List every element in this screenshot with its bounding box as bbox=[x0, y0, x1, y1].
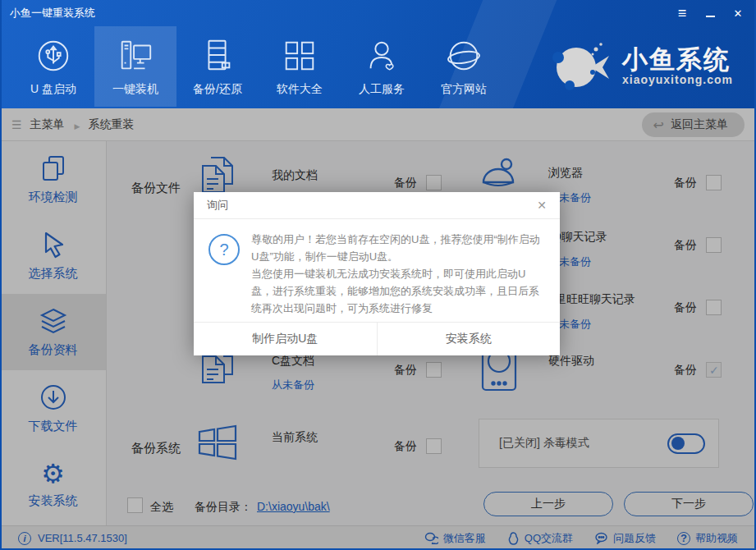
server-icon bbox=[199, 37, 236, 75]
app-header: 小鱼一键重装系统 U 盘启动 一键装机 备份/还原 bbox=[0, 0, 756, 108]
app-title: 小鱼一键重装系统 bbox=[10, 6, 95, 21]
dialog-message-line2: 当您使用一键装机无法成功安装系统时，即可使用此启动U盘，进行系统重装，能够增加您… bbox=[251, 265, 545, 317]
nav-label: 人工服务 bbox=[359, 82, 405, 97]
make-boot-usb-button[interactable]: 制作启动U盘 bbox=[194, 323, 378, 355]
inquiry-dialog: 询问 尊敬的用户！若您当前存在空闲的U盘，推荐您使用“制作启动U盘”功能，制作一… bbox=[194, 192, 560, 355]
person-icon bbox=[363, 37, 401, 75]
usb-icon bbox=[34, 37, 72, 75]
title-bar: 小鱼一键重装系统 bbox=[0, 0, 756, 26]
nav-label: 一键装机 bbox=[112, 82, 158, 97]
menu-icon[interactable] bbox=[674, 5, 690, 21]
computer-icon bbox=[117, 37, 154, 75]
main-nav: U 盘启动 一键装机 备份/还原 软件大全 bbox=[12, 26, 505, 107]
nav-software-collection[interactable]: 软件大全 bbox=[259, 26, 341, 107]
nav-usb-boot[interactable]: U 盘启动 bbox=[12, 26, 94, 107]
nav-one-click-install[interactable]: 一键装机 bbox=[94, 26, 176, 107]
window-controls bbox=[674, 3, 746, 23]
dialog-title: 询问 bbox=[207, 198, 537, 213]
nav-label: 官方网站 bbox=[441, 82, 487, 97]
nav-label: U 盘启动 bbox=[30, 82, 76, 97]
dialog-message: 尊敬的用户！若您当前存在空闲的U盘，推荐您使用“制作启动U盘”功能，制作一键启动… bbox=[251, 231, 545, 317]
nav-official-site[interactable]: 官方网站 bbox=[423, 26, 505, 107]
dialog-buttons: 制作启动U盘 安装系统 bbox=[194, 322, 560, 355]
globe-icon bbox=[445, 37, 483, 75]
brand-name: 小鱼系统 bbox=[622, 47, 733, 74]
dialog-message-line1: 尊敬的用户！若您当前存在空闲的U盘，推荐您使用“制作启动U盘”功能，制作一键启动… bbox=[251, 231, 545, 265]
nav-human-service[interactable]: 人工服务 bbox=[341, 26, 423, 107]
apps-grid-icon bbox=[281, 37, 318, 75]
nav-backup-restore[interactable]: 备份/还原 bbox=[176, 26, 259, 107]
brand-logo: 小鱼系统 xiaoyuxitong.com bbox=[550, 39, 733, 94]
fish-logo-icon bbox=[550, 39, 614, 94]
install-system-button[interactable]: 安装系统 bbox=[378, 323, 561, 355]
dialog-title-bar: 询问 bbox=[194, 192, 560, 219]
dialog-close-icon[interactable] bbox=[537, 199, 547, 212]
nav-label: 软件大全 bbox=[277, 82, 323, 97]
brand-domain: xiaoyuxitong.com bbox=[622, 73, 733, 86]
question-icon bbox=[208, 234, 240, 265]
minimize-icon[interactable] bbox=[702, 5, 718, 21]
nav-label: 备份/还原 bbox=[193, 82, 242, 97]
close-icon[interactable] bbox=[730, 5, 746, 21]
dialog-body: 尊敬的用户！若您当前存在空闲的U盘，推荐您使用“制作启动U盘”功能，制作一键启动… bbox=[194, 219, 560, 322]
